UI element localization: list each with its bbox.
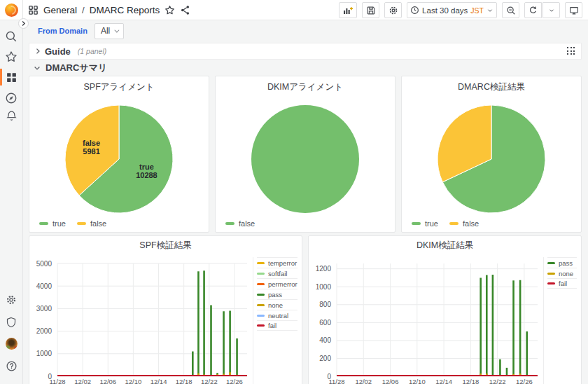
panel-spf-result: SPF検証結果 01000200030004000500011/2812/021… [29,235,302,384]
legend-item[interactable]: fail [547,278,577,289]
refresh-interval-dropdown[interactable] [542,2,560,18]
panel-title: DMARC検証結果 [402,81,581,93]
dashboard-settings-button[interactable] [384,2,402,18]
legend-item[interactable]: fail [257,320,298,331]
pie-chart [435,103,547,215]
zoom-out-button[interactable] [502,2,519,18]
svg-text:11/28: 11/28 [49,378,65,384]
add-panel-icon [342,5,354,16]
sidebar-item-server-admin[interactable] [0,313,22,331]
add-panel-button[interactable] [339,2,357,18]
timeseries-chart: 01000200030004000500011/2812/0212/0612/1… [34,253,253,384]
legend-item[interactable]: false [225,219,255,228]
clock-icon [410,6,419,15]
legend-item[interactable]: none [257,299,298,310]
svg-text:12/02: 12/02 [74,378,91,384]
legend-item[interactable]: pass [547,257,577,268]
row-guide-label[interactable]: Guide [45,46,71,57]
svg-text:2000: 2000 [36,327,52,335]
breadcrumb-folder[interactable]: General [43,5,77,15]
row-guide[interactable]: Guide (1 panel) [29,43,582,60]
legend-color [547,273,555,275]
svg-text:12/06: 12/06 [382,378,399,384]
filter-value: All [101,26,110,36]
panel-dmarc-result: DMARC検証結果 truefalse [401,76,582,233]
legend-item[interactable]: neutral [257,310,298,320]
legend-label: true [425,219,438,228]
legend-label: false [90,219,106,228]
panel-spf-alignment: SPFアライメント true10288false5981 truefalse [29,76,209,233]
legend-label: fail [268,322,276,329]
tv-mode-button[interactable] [565,2,582,18]
tv-icon [569,6,579,15]
time-range-picker[interactable]: Last 30 days JST [407,2,497,18]
legend-item[interactable]: permerror [257,278,298,289]
row-guide-panel-count: (1 panel) [78,47,106,55]
chevron-right-icon [20,20,27,27]
svg-text:12/18: 12/18 [176,378,192,384]
legend-item[interactable]: true [39,219,66,228]
legend-item[interactable]: softfail [257,268,298,278]
sidebar-item-explore[interactable] [0,89,22,107]
svg-text:12/18: 12/18 [462,378,479,384]
refresh-button[interactable] [524,2,542,18]
breadcrumb-separator: / [82,5,85,15]
dashboards-grid-icon [6,71,18,83]
sidebar-item-search[interactable] [0,27,22,46]
share-icon[interactable] [180,5,190,15]
svg-text:200: 200 [319,355,331,362]
svg-text:12/14: 12/14 [435,378,452,384]
legend-color [257,304,265,306]
bell-icon [6,110,18,122]
svg-text:12/22: 12/22 [489,378,506,384]
sidebar-item-configuration[interactable] [0,291,22,309]
breadcrumb-title[interactable]: DMARC Reports [90,5,160,15]
sidebar-item-alerting[interactable] [0,107,22,125]
pie-chart: true10288false5981 [63,103,175,215]
legend-item[interactable]: false [77,219,106,228]
legend-color [39,222,48,225]
legend-color [412,222,421,225]
timeseries-chart: 02004006008001000120011/2812/0212/0612/1… [313,253,543,384]
sidebar-item-dashboards[interactable] [0,68,22,86]
filter-value-dropdown[interactable]: All [94,23,124,39]
timezone-label: JST [470,6,484,15]
legend-item[interactable]: false [449,219,479,228]
pie-legend: truefalse [412,219,479,228]
legend-color [257,273,265,275]
timeseries-legend: temperrorsoftfailpermerrorpassnoneneutra… [253,257,298,384]
save-icon [366,6,376,15]
svg-text:12/26: 12/26 [226,378,243,384]
filter-label[interactable]: From Domain [38,27,88,35]
svg-text:600: 600 [319,319,331,327]
result-panels-row: SPF検証結果 01000200030004000500011/2812/021… [29,235,582,384]
sidebar-expand-button[interactable] [18,18,29,29]
svg-text:12/26: 12/26 [516,378,533,384]
panel-dkim-result: DKIM検証結果 02004006008001000120011/2812/02… [308,235,582,384]
legend-item[interactable]: pass [257,289,298,299]
sidebar-item-starred[interactable] [0,48,22,66]
timeseries-legend: passnonefail [543,257,577,384]
save-dashboard-button[interactable] [362,2,379,18]
submenu: From Domain All [23,20,588,41]
row-summary[interactable]: DMARCサマリ [29,61,582,75]
legend-item[interactable]: none [547,268,577,278]
svg-text:12/10: 12/10 [125,378,142,384]
avatar [6,338,18,350]
star-icon[interactable] [164,5,175,15]
legend-color [547,282,555,284]
svg-text:1000: 1000 [316,283,332,291]
panel-dkim-alignment: DKIMアライメント false [215,76,396,233]
svg-text:true: true [139,163,154,171]
grafana-logo-icon[interactable] [5,4,18,17]
time-range-label: Last 30 days [422,6,468,15]
legend-item[interactable]: temperror [257,257,298,268]
svg-text:3000: 3000 [36,305,52,313]
sidebar-item-profile[interactable] [0,334,22,352]
drag-grip-icon[interactable] [567,47,575,55]
row-summary-label[interactable]: DMARCサマリ [46,62,107,74]
legend-item[interactable]: true [412,219,438,228]
sidebar-item-help[interactable] [0,357,22,375]
legend-label: true [52,219,66,228]
legend-label: none [559,270,573,277]
